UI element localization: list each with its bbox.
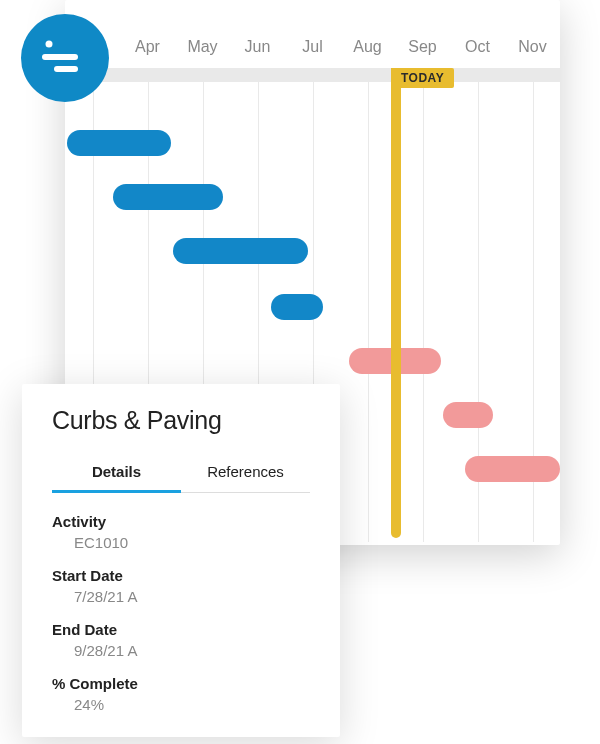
svg-rect-2 [54, 66, 78, 72]
field-start-date: Start Date 7/28/21 A [52, 567, 310, 605]
app-logo-icon [21, 14, 109, 102]
tab-details[interactable]: Details [52, 463, 181, 492]
gantt-bar[interactable] [271, 294, 323, 320]
gantt-bar[interactable] [443, 402, 493, 428]
gantt-bar[interactable] [465, 456, 560, 482]
card-title: Curbs & Paving [52, 406, 310, 435]
month-label: Oct [450, 38, 505, 56]
field-end-date: End Date 9/28/21 A [52, 621, 310, 659]
month-label: Jun [230, 38, 285, 56]
month-label: Apr [120, 38, 175, 56]
field-label: Activity [52, 513, 310, 530]
gantt-bar[interactable] [67, 130, 171, 156]
field-label: % Complete [52, 675, 310, 692]
month-label: Aug [340, 38, 395, 56]
svg-point-0 [46, 41, 53, 48]
field-value: EC1010 [52, 534, 310, 551]
today-label: TODAY [391, 68, 454, 88]
field-percent-complete: % Complete 24% [52, 675, 310, 713]
months-header: Mar Apr May Jun Jul Aug Sep Oct Nov [65, 0, 560, 68]
gantt-bar[interactable] [173, 238, 308, 264]
month-label: May [175, 38, 230, 56]
field-label: End Date [52, 621, 310, 638]
month-label: Nov [505, 38, 560, 56]
month-label: Sep [395, 38, 450, 56]
field-value: 9/28/21 A [52, 642, 310, 659]
svg-rect-1 [42, 54, 78, 60]
field-value: 7/28/21 A [52, 588, 310, 605]
activity-detail-card: Curbs & Paving Details References Activi… [22, 384, 340, 737]
field-activity: Activity EC1010 [52, 513, 310, 551]
month-label: Jul [285, 38, 340, 56]
tab-references[interactable]: References [181, 463, 310, 492]
today-marker [391, 68, 401, 538]
tabs: Details References [52, 463, 310, 493]
field-label: Start Date [52, 567, 310, 584]
gantt-bar[interactable] [113, 184, 223, 210]
field-value: 24% [52, 696, 310, 713]
